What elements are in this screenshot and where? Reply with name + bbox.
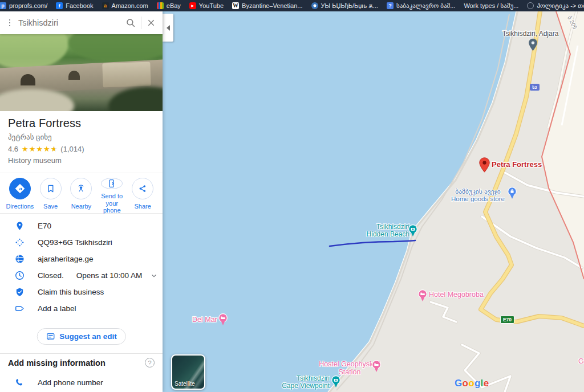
map-label-del-mar[interactable]: Del Mar xyxy=(192,316,217,324)
add-phone-row: Add phone number xyxy=(0,374,163,391)
bookmark-politics[interactable]: პოლიტიკა -> თბ... xyxy=(527,2,584,10)
question-favicon-icon xyxy=(387,2,394,9)
hours-detail: Opens at 10:00 AM xyxy=(76,271,143,280)
hours-row[interactable]: Closed. Opens at 10:00 AM xyxy=(0,267,163,284)
bookmarks-bar: proprofs.com/ Facebook Amazon.com eBay Y… xyxy=(0,0,584,11)
section-divider xyxy=(0,353,163,354)
map-label-petra-fortress[interactable]: Petra Fortress xyxy=(492,161,542,169)
photo-foliage xyxy=(0,34,68,70)
gray-pin-icon[interactable] xyxy=(528,38,538,51)
bookmark-wikipedia[interactable]: Byzantine–Venetian... xyxy=(232,2,302,9)
place-header: Petra Fortress პეტრას ციხე 4.6 (1,014) H… xyxy=(0,111,163,165)
search-icon[interactable] xyxy=(125,17,136,28)
send-to-phone-button[interactable]: Send to your phone xyxy=(96,178,127,213)
youtube-favicon-icon xyxy=(189,2,196,9)
rating-row[interactable]: 4.6 (1,014) xyxy=(8,145,155,153)
map-label-region[interactable]: Tsikhisdziri, Adjara xyxy=(490,30,570,38)
facebook-favicon-icon xyxy=(56,2,63,9)
hours-status: Closed. xyxy=(38,271,64,280)
directions-icon xyxy=(9,178,31,199)
plus-code-icon xyxy=(14,237,25,248)
petra-fortress-marker-icon[interactable] xyxy=(479,157,490,173)
map-label-partial: G xyxy=(578,357,584,365)
location-pin-icon xyxy=(14,220,25,232)
browser-window: proprofs.com/ Facebook Amazon.com eBay Y… xyxy=(0,0,584,392)
share-button[interactable]: Share xyxy=(127,178,158,213)
map-label-hotel-megobroba[interactable]: Hotel Megobroba xyxy=(429,291,484,299)
wikipedia-favicon-icon xyxy=(232,2,239,9)
bookmark-icon xyxy=(40,178,62,199)
search-box xyxy=(0,11,163,34)
lodging-marker-icon[interactable] xyxy=(218,313,228,326)
shopping-marker-icon[interactable] xyxy=(508,187,517,199)
bookmark-globe-site[interactable]: УЫ ЬЏЬђЬ/Ьџњ ѫ... xyxy=(311,2,379,9)
feedback-icon xyxy=(46,332,55,341)
map-base-layer xyxy=(163,11,584,392)
lodging-marker-icon[interactable] xyxy=(418,289,427,302)
menu-icon[interactable] xyxy=(9,19,10,26)
lodging-marker-icon[interactable] xyxy=(372,360,381,373)
directions-button[interactable]: Directions xyxy=(5,178,35,213)
photo-arch xyxy=(21,74,35,85)
close-icon[interactable] xyxy=(145,17,157,28)
phone-send-icon xyxy=(101,178,123,189)
place-category[interactable]: History museum xyxy=(8,156,155,165)
place-info-list: E70 QQ93+6G Tsikhisdziri ajaraheritage.g… xyxy=(0,218,163,317)
place-photo[interactable] xyxy=(0,34,163,111)
map-label-home-goods-ka[interactable]: ბამბუკის ავეჯი xyxy=(444,188,512,195)
amazon-favicon-icon xyxy=(102,2,109,9)
attraction-marker-icon[interactable] xyxy=(408,224,417,237)
map-canvas[interactable]: Tsikhisdziri, Adjara ბ 205 ს2 Petra Fort… xyxy=(163,11,584,392)
chevron-left-icon xyxy=(167,25,170,31)
satellite-label: Satellite xyxy=(175,381,195,387)
map-label-viewpoint-2[interactable]: Cape Viewpoint xyxy=(273,382,330,390)
map-label-home-goods-en[interactable]: Home goods store xyxy=(444,195,512,203)
website-row[interactable]: ajaraheritage.ge xyxy=(0,251,163,267)
plus-code-row[interactable]: QQ93+6G Tsikhisdziri xyxy=(0,234,163,251)
share-icon xyxy=(132,178,153,199)
shield-check-icon xyxy=(14,287,25,298)
clock-icon xyxy=(14,270,25,281)
attraction-marker-icon[interactable] xyxy=(331,375,340,388)
chevron-down-icon[interactable] xyxy=(150,272,158,280)
bookmark-ebay[interactable]: eBay xyxy=(157,2,181,9)
save-button[interactable]: Save xyxy=(35,178,66,213)
bookmark-bachelor[interactable]: საბაკალავრო ბამ... xyxy=(387,2,455,10)
add-phone-item[interactable]: Add phone number xyxy=(0,374,163,391)
star-rating-icon xyxy=(22,145,57,153)
satellite-layer-toggle[interactable]: Satellite xyxy=(171,354,205,390)
photo-path xyxy=(0,89,74,111)
photo-arch xyxy=(68,71,80,80)
bookmark-work-types[interactable]: Work types / სამუ... xyxy=(464,2,518,10)
suggest-edit-button[interactable]: Suggest an edit xyxy=(36,328,126,345)
search-input[interactable] xyxy=(18,18,125,27)
bookmark-amazon[interactable]: Amazon.com xyxy=(102,2,148,9)
photo-foliage xyxy=(108,87,163,111)
ebay-favicon-icon xyxy=(157,2,164,9)
add-label-row[interactable]: Add a label xyxy=(0,300,163,317)
google-watermark: Google xyxy=(455,378,489,389)
bookmark-facebook[interactable]: Facebook xyxy=(56,2,93,9)
place-details-panel: Petra Fortress პეტრას ციხე 4.6 (1,014) H… xyxy=(0,11,163,392)
map-label-hidden-beach-2[interactable]: Hidden Beach xyxy=(352,231,409,239)
phone-icon xyxy=(14,377,25,389)
place-native-name: პეტრას ციხე xyxy=(8,133,155,141)
nearby-button[interactable]: Nearby xyxy=(66,178,97,213)
globe-icon xyxy=(14,254,25,265)
bookmark-proprofs[interactable]: proprofs.com/ xyxy=(2,2,47,9)
action-buttons-row: Directions Save Nearby Send to your phon… xyxy=(0,173,163,214)
bookmark-youtube[interactable]: YouTube xyxy=(189,2,224,9)
road-shield-s2: ს2 xyxy=(530,84,540,91)
help-icon[interactable]: ? xyxy=(145,358,155,368)
road-shield-e70: E70 xyxy=(500,316,514,324)
ring-favicon-icon xyxy=(527,2,534,9)
nearby-icon xyxy=(70,178,92,199)
missing-info-header: Add missing information xyxy=(8,358,106,368)
claim-business-row[interactable]: Claim this business xyxy=(0,284,163,300)
photo-ruin-block xyxy=(102,62,151,88)
collapse-panel-button[interactable] xyxy=(163,14,173,42)
label-tag-icon xyxy=(14,303,25,315)
photo-foliage xyxy=(68,34,163,63)
rating-value: 4.6 xyxy=(8,145,18,153)
address-row[interactable]: E70 xyxy=(0,218,163,234)
